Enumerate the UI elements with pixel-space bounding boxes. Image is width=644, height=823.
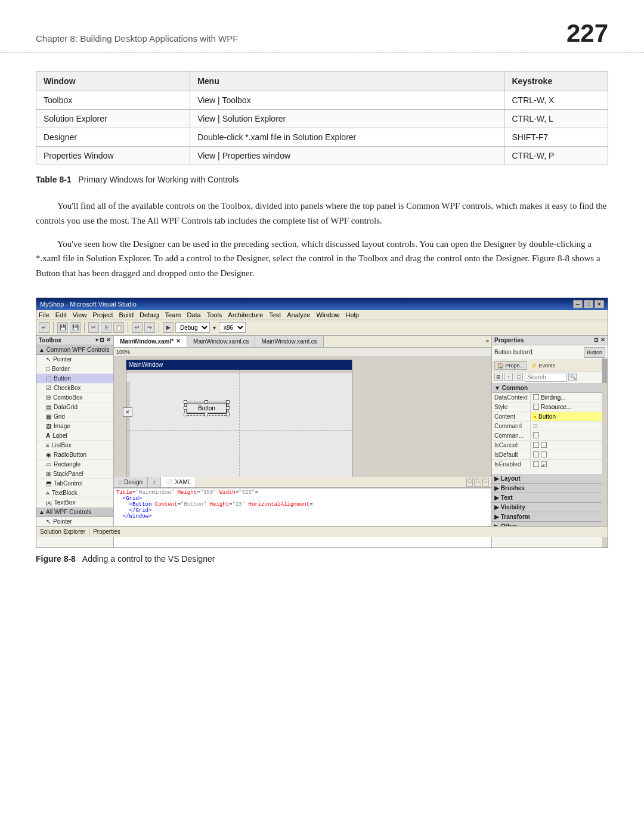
props-val-isdefault[interactable] [531,450,608,459]
toolbar-paste[interactable]: 📋 [113,322,124,333]
toolbox-item-checkbox[interactable]: CheckBox [36,383,113,393]
tab-mainwindow-cs2[interactable]: MainWindow.xaml.cs [255,336,323,347]
props-val-style[interactable]: Resource... [531,403,608,412]
toolbar-start[interactable]: ▶ [163,322,174,333]
toolbox-item-textblock[interactable]: TextBlock [36,488,113,498]
isenabled-value-checkbox[interactable] [541,461,547,467]
props-section-text[interactable]: ▶ Text [492,493,608,503]
props-scrollbar[interactable] [602,358,608,547]
xml-ctrl-3[interactable]: □ [482,478,489,487]
table-cell: Designer [36,128,190,147]
props-search-input[interactable] [525,373,566,382]
menu-test[interactable]: Test [269,311,281,318]
close-button[interactable]: ✕ [595,300,604,308]
menu-team[interactable]: Team [165,311,181,318]
props-tab-events[interactable]: ⚡ Events [528,362,558,369]
props-row-command: Command ⊡ [492,422,608,431]
xml-tab-design[interactable]: □ Design [114,477,148,487]
toolbox-section-all[interactable]: ▲ All WPF Controls [36,508,113,517]
menu-file[interactable]: File [39,311,49,318]
props-section-common[interactable]: ▼ Common [492,383,608,393]
sort-category-icon[interactable]: ⊞ [494,373,503,381]
table-label: Table 8-1 [36,175,72,184]
props-val-content[interactable]: ● Button [531,412,608,421]
style-checkbox[interactable] [533,404,539,410]
properties-pin-icon[interactable]: ⊡ ✕ [594,337,605,344]
menu-window[interactable]: Window [316,311,339,318]
menu-debug[interactable]: Debug [140,311,159,318]
toolbox-item-all-pointer[interactable]: Pointer [36,517,113,527]
menu-analyze[interactable]: Analyze [287,311,310,318]
canvas-delete-btn[interactable]: ✕ [123,407,132,417]
toolbox-item-label[interactable]: Label [36,431,113,441]
props-section-brushes[interactable]: ▶ Brushes [492,484,608,493]
iscancel-checkbox[interactable] [533,442,539,448]
xml-tab-xaml[interactable]: 📄 XAML [161,477,196,487]
datacontext-checkbox[interactable] [533,394,539,400]
toolbar-copy[interactable]: ⎘ [101,322,112,333]
tab-mainwindow-cs[interactable]: MainWindow.xaml.cs [187,336,255,347]
props-tab-properties[interactable]: 🏠 Prope... [494,361,527,370]
toolbox-item-grid[interactable]: Grid [36,412,113,422]
menu-edit[interactable]: Edit [55,311,67,318]
toolbox-item-textbox[interactable]: TextBox [36,498,113,508]
toolbox-item-border[interactable]: Border [36,364,113,374]
toolbox-item-radiobutton[interactable]: RadioButton [36,450,113,460]
tab-overflow[interactable]: ≡ [484,336,491,347]
image-icon [46,423,51,429]
toolbar-saveall[interactable]: 💾 [70,322,80,333]
props-section-visibility[interactable]: ▶ Visibility [492,503,608,512]
toolbar-platform-select[interactable]: x86 [219,322,246,333]
props-val-commandparam[interactable] [531,431,608,440]
sort-alpha-icon[interactable]: ↑ [504,373,513,381]
vs-window-preview: MainWindow [126,360,352,477]
toolbox-item-image[interactable]: Image [36,422,113,431]
xml-tab-split[interactable]: ↕ [148,477,161,487]
props-val-command[interactable]: ⊡ [531,422,608,431]
menu-help[interactable]: Help [346,311,360,318]
property-pages-icon[interactable]: □ [515,373,523,381]
toolbar-undo[interactable]: ↩ [132,322,143,333]
menu-view[interactable]: View [73,311,87,318]
vs-xml-editor[interactable]: Title="MainWindow" Height="350" Width="5… [114,488,491,547]
isenabled-checkbox[interactable] [533,461,539,467]
toolbox-item-tabcontrol[interactable]: TabControl [36,479,113,488]
xml-ctrl-1[interactable]: □ [466,478,473,487]
toolbox-item-datagrid[interactable]: DataGrid [36,403,113,412]
toolbar-new[interactable]: ↵ [39,322,49,333]
tab-mainwindow-xaml-close[interactable]: ✕ [176,338,181,344]
restore-button[interactable]: □ [584,300,593,308]
toolbar-config-select[interactable]: Debug [175,322,210,333]
xml-line-4: </Grid> [116,508,489,513]
xml-ctrl-2[interactable]: □ [474,478,481,487]
button-on-canvas: Button [186,403,227,414]
props-section-layout[interactable]: ▶ Layout [492,474,608,484]
minimize-button[interactable]: ─ [573,300,583,308]
toolbar-redo[interactable]: ↪ [144,322,155,333]
toolbar-save[interactable]: 💾 [57,322,68,333]
commandparam-checkbox[interactable] [533,432,539,438]
menu-project[interactable]: Project [92,311,113,318]
toolbox-item-pointer[interactable]: Pointer [36,355,113,364]
menu-tools[interactable]: Tools [207,311,222,318]
toolbox-item-listbox[interactable]: ListBox [36,441,113,450]
props-val-datacontext[interactable]: Binding... [531,393,608,402]
tab-mainwindow-xaml[interactable]: MainWindow.xaml* ✕ [114,336,187,347]
isdefault-checkbox[interactable] [533,451,539,457]
toolbox-item-rectangle[interactable]: Rectangle [36,460,113,469]
toolbox-section-common[interactable]: ▲ Common WPF Controls [36,345,113,355]
props-section-transform[interactable]: ▶ Transform [492,512,608,522]
props-val-isenabled[interactable] [531,460,608,469]
iscancel-value-checkbox[interactable] [541,442,547,448]
toolbox-pin-icon[interactable]: ▾ ⊡ ✕ [95,337,111,343]
toolbox-item-stackpanel[interactable]: StackPanel [36,469,113,479]
search-icon[interactable]: 🔍 [568,373,577,381]
menu-build[interactable]: Build [119,311,134,318]
menu-data[interactable]: Data [187,311,200,318]
toolbox-item-combobox[interactable]: ComboBox [36,393,113,403]
toolbox-item-button[interactable]: Button [36,374,113,383]
props-val-iscancel[interactable] [531,441,608,450]
menu-architecture[interactable]: Architecture [228,311,263,318]
isdefault-value-checkbox[interactable] [541,451,547,457]
toolbar-cut[interactable]: ✂ [88,322,99,333]
